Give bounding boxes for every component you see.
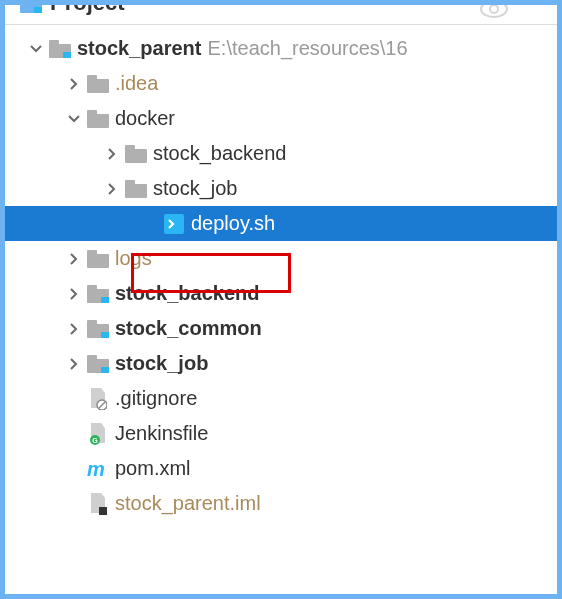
tree-row[interactable]: stock_backend <box>5 136 557 171</box>
visibility-icon <box>480 5 502 22</box>
tree-label: stock_job <box>115 352 208 375</box>
chevron-right-icon[interactable] <box>99 148 125 160</box>
chevron-right-icon[interactable] <box>99 183 125 195</box>
svg-text:m: m <box>87 458 105 480</box>
folder-icon <box>125 143 147 165</box>
tree-label: stock_parent.iml <box>115 492 261 515</box>
folder-icon <box>87 108 109 130</box>
chevron-right-icon[interactable] <box>61 253 87 265</box>
svg-rect-10 <box>87 114 109 128</box>
chevron-right-icon[interactable] <box>61 323 87 335</box>
jenkins-file-icon: G <box>87 423 109 445</box>
tree-row-selected[interactable]: deploy.sh <box>5 206 557 241</box>
project-icon <box>20 5 42 13</box>
iml-file-icon <box>87 493 109 515</box>
tree-row[interactable]: .idea <box>5 66 557 101</box>
svg-rect-15 <box>125 180 135 186</box>
folder-icon <box>87 248 109 270</box>
maven-file-icon: m <box>87 458 109 480</box>
svg-rect-20 <box>87 285 97 291</box>
svg-rect-9 <box>87 75 97 81</box>
tree-row[interactable]: G Jenkinsfile <box>5 416 557 451</box>
tree-row[interactable]: stock_parent.iml <box>5 486 557 521</box>
tree-path-hint: E:\teach_resources\16 <box>208 37 408 60</box>
module-folder-icon <box>87 318 109 340</box>
svg-rect-14 <box>125 184 147 198</box>
svg-rect-26 <box>87 355 97 361</box>
tree-row-root[interactable]: stock_parent E:\teach_resources\16 <box>5 31 557 66</box>
svg-rect-21 <box>101 297 109 303</box>
gitignore-file-icon <box>87 388 109 410</box>
tree-row[interactable]: .gitignore <box>5 381 557 416</box>
tree-row[interactable]: stock_common <box>5 311 557 346</box>
tree-label: deploy.sh <box>191 212 275 235</box>
tree-label: pom.xml <box>115 457 191 480</box>
tree-row[interactable]: stock_backend <box>5 276 557 311</box>
tree-row[interactable]: docker <box>5 101 557 136</box>
module-folder-icon <box>87 353 109 375</box>
tree-label: stock_backend <box>153 142 286 165</box>
tree-label: .idea <box>115 72 158 95</box>
chevron-right-icon[interactable] <box>61 288 87 300</box>
panel-title-fragment: Project <box>50 5 125 16</box>
module-folder-icon <box>87 283 109 305</box>
tree-row[interactable]: logs <box>5 241 557 276</box>
svg-rect-7 <box>63 52 71 58</box>
svg-rect-17 <box>87 254 109 268</box>
panel-header: Project <box>5 5 557 25</box>
svg-rect-18 <box>87 250 97 256</box>
tree-label: logs <box>115 247 152 270</box>
tree-label: stock_parent <box>77 37 202 60</box>
svg-rect-33 <box>99 507 107 515</box>
chevron-right-icon[interactable] <box>61 358 87 370</box>
tree-label: docker <box>115 107 175 130</box>
svg-rect-12 <box>125 149 147 163</box>
tree-label: Jenkinsfile <box>115 422 208 445</box>
project-tree[interactable]: stock_parent E:\teach_resources\16 .idea… <box>5 25 557 521</box>
folder-icon <box>87 73 109 95</box>
svg-point-3 <box>481 5 507 17</box>
module-folder-icon <box>49 38 71 60</box>
svg-text:G: G <box>92 437 98 444</box>
chevron-down-icon[interactable] <box>23 43 49 55</box>
tree-label: stock_job <box>153 177 238 200</box>
svg-rect-13 <box>125 145 135 151</box>
svg-rect-27 <box>101 367 109 373</box>
tree-label: stock_backend <box>115 282 260 305</box>
tree-row[interactable]: stock_job <box>5 171 557 206</box>
tree-row[interactable]: m pom.xml <box>5 451 557 486</box>
svg-rect-11 <box>87 110 97 116</box>
svg-rect-6 <box>49 40 59 46</box>
tree-label: stock_common <box>115 317 262 340</box>
chevron-right-icon[interactable] <box>61 78 87 90</box>
tree-label: .gitignore <box>115 387 197 410</box>
svg-rect-23 <box>87 320 97 326</box>
folder-icon <box>125 178 147 200</box>
svg-rect-8 <box>87 79 109 93</box>
svg-rect-24 <box>101 332 109 338</box>
svg-rect-2 <box>34 7 42 13</box>
svg-point-4 <box>490 5 498 13</box>
tree-row[interactable]: stock_job <box>5 346 557 381</box>
chevron-down-icon[interactable] <box>61 113 87 125</box>
shell-file-icon <box>163 213 185 235</box>
